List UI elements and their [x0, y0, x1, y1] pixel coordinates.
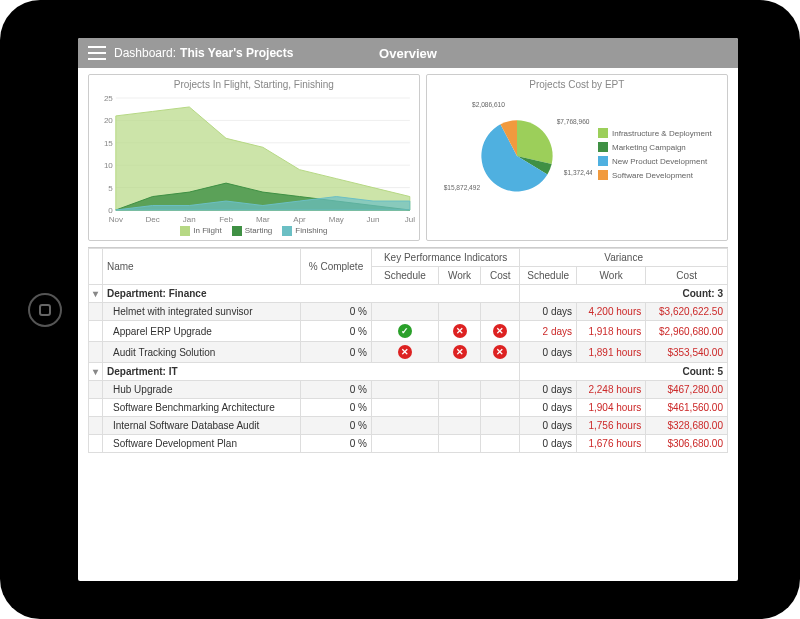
col-name[interactable]: Name [103, 249, 301, 285]
cell-pct: 0 % [300, 381, 371, 399]
cell-var-schedule: 0 days [520, 435, 577, 453]
cell-var-cost: $306,680.00 [646, 435, 728, 453]
cell-var-work: 1,756 hours [577, 417, 646, 435]
check-icon: ✓ [398, 324, 412, 338]
cell-var-schedule: 2 days [520, 321, 577, 342]
table-row[interactable]: Audit Tracking Solution 0 % ✕ ✕ ✕ 0 days… [89, 342, 728, 363]
cell-var-work: 1,676 hours [577, 435, 646, 453]
svg-text:5: 5 [108, 184, 113, 193]
cell-kpi-schedule: ✕ [372, 342, 439, 363]
svg-text:25: 25 [104, 94, 113, 103]
legend-item: Starting [232, 226, 273, 236]
cell-var-work: 1,904 hours [577, 399, 646, 417]
cell-var-cost: $467,280.00 [646, 381, 728, 399]
area-chart-legend: In FlightStartingFinishing [180, 226, 327, 236]
table-group-row[interactable]: ▾ Department: IT Count: 5 [89, 363, 728, 381]
legend-item: Marketing Campaign [598, 142, 712, 152]
group-label: Department: IT [103, 363, 520, 381]
cell-kpi-work [438, 303, 480, 321]
cell-var-cost: $3,620,622.50 [646, 303, 728, 321]
cell-var-work: 4,200 hours [577, 303, 646, 321]
cell-name: Software Development Plan [103, 435, 301, 453]
cell-kpi-cost: ✕ [481, 342, 520, 363]
cell-name: Software Benchmarking Architecture [103, 399, 301, 417]
col-group-kpi[interactable]: Key Performance Indicators [372, 249, 520, 267]
col-var-cost[interactable]: Cost [646, 267, 728, 285]
area-chart: 0510152025NovDecJanFebMarAprMayJunJul [93, 94, 415, 224]
pie-chart-title: Projects Cost by EPT [529, 79, 624, 90]
cell-kpi-cost: ✕ [481, 321, 520, 342]
legend-item: Software Development [598, 170, 712, 180]
cell-kpi-work [438, 381, 480, 399]
col-kpi-work[interactable]: Work [438, 267, 480, 285]
x-icon: ✕ [453, 345, 467, 359]
chevron-down-icon[interactable]: ▾ [89, 363, 103, 381]
col-var-work[interactable]: Work [577, 267, 646, 285]
cell-kpi-cost [481, 417, 520, 435]
cell-kpi-cost [481, 381, 520, 399]
breadcrumb-value[interactable]: This Year's Projects [180, 46, 293, 60]
cell-name: Hub Upgrade [103, 381, 301, 399]
pie-chart: $7,768,960$1,372,440$15,872,492$2,086,61… [442, 94, 592, 214]
area-chart-panel: Projects In Flight, Starting, Finishing … [88, 74, 420, 241]
cell-var-cost: $353,540.00 [646, 342, 728, 363]
cell-var-schedule: 0 days [520, 342, 577, 363]
cell-var-cost: $328,680.00 [646, 417, 728, 435]
cell-pct: 0 % [300, 321, 371, 342]
svg-text:Jun: Jun [367, 215, 380, 224]
cell-kpi-work [438, 417, 480, 435]
cell-name: Helmet with integrated sunvisor [103, 303, 301, 321]
svg-text:Nov: Nov [109, 215, 123, 224]
svg-text:$1,372,440: $1,372,440 [564, 169, 592, 176]
table-row[interactable]: Software Development Plan 0 % 0 days 1,6… [89, 435, 728, 453]
screen: Dashboard: This Year's Projects Overview… [78, 38, 738, 581]
table-row[interactable]: Internal Software Database Audit 0 % 0 d… [89, 417, 728, 435]
cell-pct: 0 % [300, 303, 371, 321]
cell-pct: 0 % [300, 435, 371, 453]
cell-var-cost: $461,560.00 [646, 399, 728, 417]
area-chart-title: Projects In Flight, Starting, Finishing [174, 79, 334, 90]
pie-chart-panel: Projects Cost by EPT $7,768,960$1,372,44… [426, 74, 728, 241]
breadcrumb-label: Dashboard: [114, 46, 176, 60]
cell-name: Audit Tracking Solution [103, 342, 301, 363]
cell-kpi-work: ✕ [438, 321, 480, 342]
svg-text:0: 0 [108, 206, 113, 215]
cell-kpi-work: ✕ [438, 342, 480, 363]
x-icon: ✕ [493, 324, 507, 338]
header-bar: Dashboard: This Year's Projects Overview [78, 38, 738, 68]
x-icon: ✕ [398, 345, 412, 359]
cell-kpi-schedule [372, 399, 439, 417]
col-kpi-schedule[interactable]: Schedule [372, 267, 439, 285]
chevron-down-icon[interactable]: ▾ [89, 285, 103, 303]
x-icon: ✕ [453, 324, 467, 338]
cell-var-work: 1,918 hours [577, 321, 646, 342]
table-row[interactable]: Helmet with integrated sunvisor 0 % 0 da… [89, 303, 728, 321]
pie-chart-legend: Infrastructure & DeploymentMarketing Cam… [598, 128, 712, 180]
table-body: ▾ Department: Finance Count: 3 Helmet wi… [89, 285, 728, 453]
cell-kpi-schedule [372, 303, 439, 321]
col-kpi-cost[interactable]: Cost [481, 267, 520, 285]
menu-icon[interactable] [88, 46, 106, 60]
svg-text:Jul: Jul [405, 215, 415, 224]
page-title: Overview [379, 46, 437, 61]
cell-pct: 0 % [300, 417, 371, 435]
cell-var-work: 1,891 hours [577, 342, 646, 363]
x-icon: ✕ [493, 345, 507, 359]
group-count: Count: 5 [520, 363, 728, 381]
table-row[interactable]: Apparel ERP Upgrade 0 % ✓ ✕ ✕ 2 days 1,9… [89, 321, 728, 342]
col-var-schedule[interactable]: Schedule [520, 267, 577, 285]
legend-item: Infrastructure & Deployment [598, 128, 712, 138]
cell-var-work: 2,248 hours [577, 381, 646, 399]
projects-table: Name % Complete Key Performance Indicato… [88, 247, 728, 453]
table-row[interactable]: Hub Upgrade 0 % 0 days 2,248 hours $467,… [89, 381, 728, 399]
cell-kpi-cost [481, 435, 520, 453]
col-group-var[interactable]: Variance [520, 249, 728, 267]
col-pct[interactable]: % Complete [300, 249, 371, 285]
home-button[interactable] [28, 293, 62, 327]
cell-var-schedule: 0 days [520, 381, 577, 399]
svg-text:15: 15 [104, 139, 113, 148]
cell-kpi-cost [481, 399, 520, 417]
table-row[interactable]: Software Benchmarking Architecture 0 % 0… [89, 399, 728, 417]
table-group-row[interactable]: ▾ Department: Finance Count: 3 [89, 285, 728, 303]
cell-name: Internal Software Database Audit [103, 417, 301, 435]
